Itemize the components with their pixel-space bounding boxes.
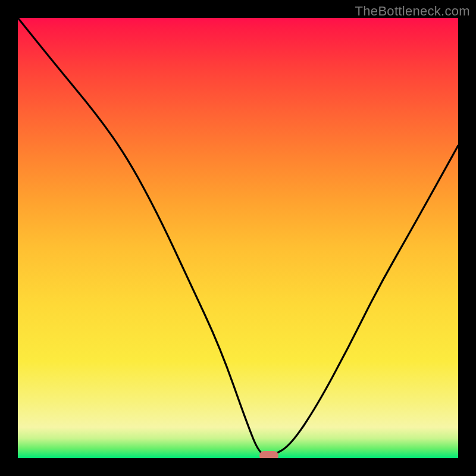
plot-area [18, 18, 458, 458]
bottleneck-curve [18, 18, 458, 458]
watermark-label: TheBottleneck.com [355, 4, 470, 19]
chart-frame: TheBottleneck.com [0, 0, 476, 476]
minimum-marker [259, 451, 278, 458]
